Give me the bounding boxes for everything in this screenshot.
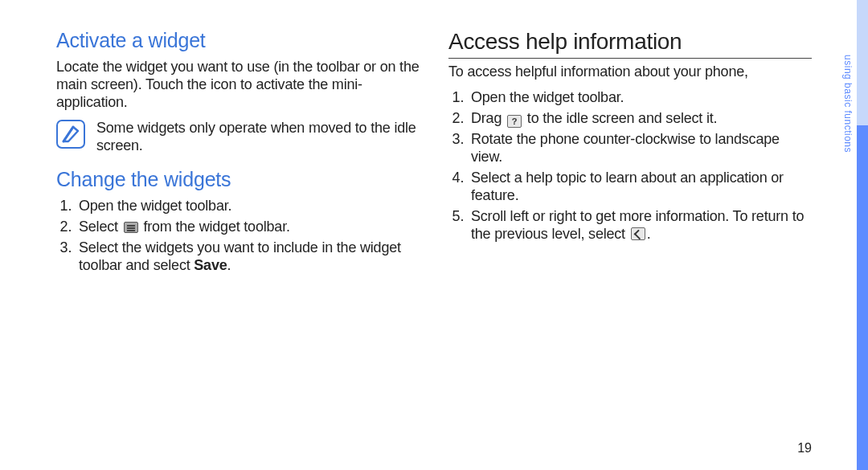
back-icon <box>631 227 645 240</box>
step-text: to the idle screen and select it. <box>523 110 717 126</box>
left-column: Activate a widget Locate the widget you … <box>56 29 420 278</box>
manual-page: Activate a widget Locate the widget you … <box>0 0 868 470</box>
access-help-intro: To access helpful information about your… <box>448 63 812 81</box>
page-number: 19 <box>797 441 812 456</box>
step-item: Drag ? to the idle screen and select it. <box>468 110 812 128</box>
step-item: Rotate the phone counter-clockwise to la… <box>468 131 812 166</box>
change-widgets-steps: Open the widget toolbar. Select from the… <box>56 198 420 275</box>
tab-stripe-active <box>857 125 868 470</box>
step-item: Open the widget toolbar. <box>468 89 812 107</box>
heading-change-widgets: Change the widgets <box>56 168 420 191</box>
section-tab-stripe <box>857 0 868 470</box>
step-text: . <box>227 257 231 273</box>
step-item: Open the widget toolbar. <box>76 198 420 215</box>
note-text: Some widgets only operate when moved to … <box>96 120 420 155</box>
access-help-steps: Open the widget toolbar. Drag ? to the i… <box>448 89 812 243</box>
step-item: Select a help topic to learn about an ap… <box>468 170 812 205</box>
step-item: Select from the widget toolbar. <box>76 219 420 236</box>
note-block: Some widgets only operate when moved to … <box>56 120 420 155</box>
step-item: Select the widgets you want to include i… <box>76 239 420 275</box>
heading-access-help: Access help information <box>448 29 812 59</box>
step-text: Select a help topic to learn about an ap… <box>471 170 784 203</box>
step-text: . <box>647 226 651 242</box>
widget-list-icon <box>124 222 138 233</box>
tab-stripe-inactive <box>857 0 868 125</box>
step-text: Select <box>79 219 122 235</box>
help-icon: ? <box>507 115 522 128</box>
activate-widget-body: Locate the widget you want to use (in th… <box>56 59 420 112</box>
step-text: from the widget toolbar. <box>140 219 290 235</box>
step-item: Scroll left or right to get more informa… <box>468 208 812 243</box>
heading-activate-widget: Activate a widget <box>56 29 420 52</box>
right-column: Access help information To access helpfu… <box>448 29 812 278</box>
save-label: Save <box>194 257 227 273</box>
step-text: Rotate the phone counter-clockwise to la… <box>471 131 780 165</box>
section-tab-label: using basic functions <box>842 55 854 153</box>
note-icon <box>56 120 85 149</box>
step-text: Open the widget toolbar. <box>79 198 231 214</box>
two-column-layout: Activate a widget Locate the widget you … <box>56 29 812 278</box>
step-text: Select the widgets you want to include i… <box>79 239 401 273</box>
step-text: Open the widget toolbar. <box>471 89 624 105</box>
step-text: Drag <box>471 110 506 126</box>
